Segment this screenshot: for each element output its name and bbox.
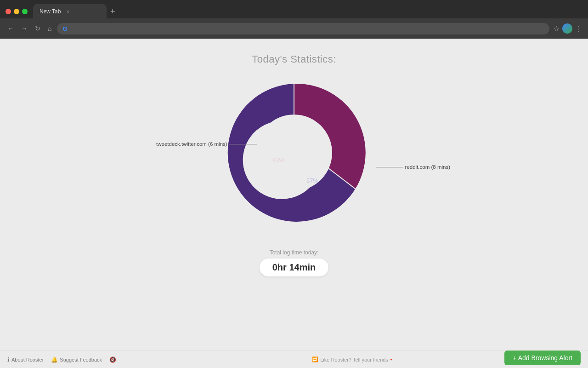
tab-title: New Tab [40,8,61,15]
google-logo: G [62,25,67,32]
chart-center [256,115,332,191]
pct-label-2: 57% [306,177,318,184]
nav-bar: ← → ↻ ⌂ G ☆ ⋮ [0,18,588,39]
chart-container: tweetdeck.twitter.com (6 mins) 43% 57% [216,75,372,231]
traffic-lights [6,9,28,14]
share-label: Like Rooster? Tell your friends [320,357,388,362]
url-input[interactable] [70,25,544,32]
page-content: Today's Statistics: tweetdeck.twitter.co… [0,39,588,368]
reload-button[interactable]: ↻ [33,24,42,33]
home-button[interactable]: ⌂ [46,24,53,33]
about-rooster[interactable]: ℹ About Rooster [7,356,44,363]
chart-label-left: tweetdeck.twitter.com (6 mins) [156,141,257,147]
info-icon: ℹ [7,356,10,363]
mute-icon: 🔇 [109,356,116,363]
minimize-button[interactable] [14,9,19,14]
bookmark-icon[interactable]: ☆ [553,24,560,33]
new-tab-button[interactable]: + [107,7,119,17]
tab-close-icon[interactable]: × [66,9,69,14]
share-icon: 🔁 [312,356,318,362]
donut-chart: 43% 57% [216,75,372,231]
label-line-left [229,144,257,144]
mute-button[interactable]: 🔇 [109,356,116,363]
chart-label-left-text: tweetdeck.twitter.com (6 mins) [156,141,227,147]
menu-icon[interactable]: ⋮ [575,24,582,33]
address-bar[interactable]: G [57,23,549,34]
forward-button[interactable]: → [19,24,29,33]
total-log-time: 0hr 14min [260,259,328,276]
browser-chrome: New Tab × + ← → ↻ ⌂ G ☆ ⋮ [0,0,588,39]
tabs-bar: New Tab × + [33,4,582,19]
total-log-label: Total log time today: [270,249,319,256]
suggest-feedback[interactable]: 🔔 Suggest Feedback [51,356,102,363]
feedback-label: Suggest Feedback [60,357,102,362]
nav-icons: ☆ ⋮ [553,23,582,34]
dot-indicator: ● [390,357,392,362]
page-title: Today's Statistics: [252,53,336,65]
avatar[interactable] [562,23,572,34]
footer-bar: ℹ About Rooster 🔔 Suggest Feedback 🔇 🔁 L… [0,351,588,368]
pct-label-1: 43% [272,156,284,163]
maximize-button[interactable] [22,9,28,14]
close-button[interactable] [6,9,11,14]
chart-label-right: reddit.com (8 mins) [376,164,450,170]
about-label: About Rooster [11,357,44,362]
label-line-right [376,167,403,167]
feedback-icon: 🔔 [51,356,58,363]
add-browsing-alert-button[interactable]: + Add Browsing Alert [504,351,581,365]
active-tab[interactable]: New Tab × [33,4,107,19]
total-log-section: Total log time today: 0hr 14min [260,249,328,276]
chart-label-right-text: reddit.com (8 mins) [405,164,450,170]
back-button[interactable]: ← [6,24,16,33]
title-bar: New Tab × + [0,0,588,18]
